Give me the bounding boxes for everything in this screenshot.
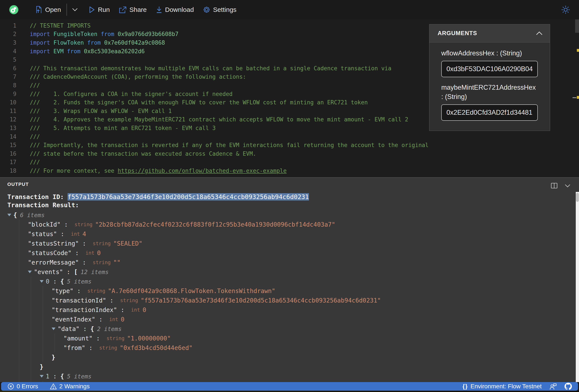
tree-item-count: 5 items: [67, 278, 91, 285]
expand-toggle-icon[interactable]: [52, 328, 56, 330]
code-token: ///: [30, 82, 40, 89]
open-dropdown-button[interactable]: [72, 8, 78, 11]
code-token: from: [67, 48, 80, 55]
line-number: 2: [0, 31, 16, 37]
share-label: Share: [129, 6, 146, 13]
tree-value: 0: [121, 316, 124, 323]
code-text: /// 1. Configures a COA in the signer's …: [16, 91, 232, 97]
open-button[interactable]: Open: [35, 6, 61, 13]
expand-toggle-icon[interactable]: [40, 375, 44, 378]
code-text: /// 4. Approves the example MaybeMintERC…: [16, 116, 408, 123]
tree-value: "": [113, 259, 121, 266]
theme-toggle-button[interactable]: [561, 5, 570, 14]
download-button[interactable]: Download: [156, 6, 194, 13]
tree-open-bracket: {: [90, 325, 94, 333]
status-bar-left: 0 Errors 2 Warnings: [7, 383, 90, 390]
code-token: import: [30, 48, 50, 55]
environment-indicator[interactable]: {} Environment: Flow Testnet: [463, 383, 542, 390]
tree-item-count: 5 items: [67, 373, 91, 380]
editor-scrollbar[interactable]: [575, 19, 579, 177]
warning-marker: [577, 96, 579, 99]
code-token: /// Importantly, the transaction is reve…: [30, 142, 429, 148]
tree-key: "from": [64, 344, 85, 351]
tree-colon: :: [63, 269, 74, 276]
share-button[interactable]: Share: [119, 6, 146, 13]
tree-value: "2b28cbfb87da2cfec4f0232c6f883f0f12c95b3…: [95, 221, 335, 228]
tree-key: "status": [28, 230, 57, 238]
warnings-indicator[interactable]: 2 Warnings: [50, 383, 90, 390]
tree-value: 0: [143, 306, 146, 314]
tree-children: "type" : string"A.7e60df042a9c0868.FlowT…: [43, 286, 579, 362]
tree-colon: :: [49, 373, 61, 380]
code-text: /// state before the transaction was exe…: [16, 151, 256, 157]
code-text: import FlowToken from 0x7e60df042a9c0868: [16, 40, 165, 46]
tree-key: "transactionId": [52, 297, 106, 304]
background-strip: [0, 391, 579, 392]
chevron-up-icon[interactable]: [536, 31, 543, 35]
output-panel: OUTPUT Transaction ID: f557a1573b76aa53e…: [0, 177, 579, 382]
tree-row: {6 items: [7, 210, 579, 220]
expand-toggle-icon[interactable]: [28, 271, 32, 273]
status-bar: 0 Errors 2 Warnings {} Environment: Flow…: [1, 382, 578, 391]
split-panel-icon[interactable]: [551, 183, 557, 188]
line-number: 5: [0, 56, 16, 63]
tree-value-type: int: [71, 231, 80, 237]
code-line: 14///: [0, 132, 579, 141]
transaction-result-label: Transaction Result:: [7, 201, 579, 209]
output-scrollbar-thumb[interactable]: [576, 193, 579, 202]
tree-row: "statusString" : string"SEALED": [19, 239, 579, 248]
expand-toggle-icon[interactable]: [7, 214, 11, 216]
tree-value: "A.7e60df042a9c0868.FlowToken.TokensWith…: [108, 287, 275, 294]
share-icon: [119, 6, 127, 13]
code-token: [64, 48, 67, 55]
tree-item-count: 6 items: [20, 212, 45, 219]
editor-scrollbar-thumb[interactable]: [575, 19, 579, 33]
flow-runner-app: Open Run Share: [0, 0, 579, 392]
code-token: [80, 48, 84, 55]
argument-input-maybemint[interactable]: [441, 104, 538, 121]
line-number: 17: [0, 159, 16, 165]
tree-colon: :: [61, 221, 72, 228]
line-number: 12: [0, 116, 16, 123]
code-token: ///: [30, 159, 40, 165]
warning-icon: [50, 383, 57, 390]
run-play-icon: [89, 6, 95, 13]
expand-toggle-icon[interactable]: [40, 280, 44, 283]
run-button[interactable]: Run: [89, 6, 110, 13]
tree-close-bracket: }: [40, 363, 43, 370]
feedback-button[interactable]: [549, 383, 557, 390]
tree-row: "eventIndex" : int0: [43, 315, 579, 324]
tree-colon: :: [57, 230, 68, 238]
code-link[interactable]: https://github.com/onflow/batched-evm-ex…: [118, 168, 287, 174]
github-link[interactable]: [565, 383, 572, 390]
tree-value-type: int: [85, 250, 95, 256]
code-text: ///: [16, 82, 40, 89]
argument-input-wflow[interactable]: [441, 61, 538, 77]
arguments-panel: ARGUMENTS wflowAddressHex : (String) may…: [429, 24, 550, 131]
tree-value: "f557a1573b76aa53e73d46f3e10d200d5c18a65…: [141, 297, 381, 304]
tree-item-count: 12 items: [80, 269, 109, 275]
tree-key: "data": [58, 325, 79, 333]
arguments-header[interactable]: ARGUMENTS: [430, 24, 550, 43]
code-token: 0x8c5303eaa26202d6: [84, 48, 145, 55]
tree-children: "blockId" : string"2b28cbfb87da2cfec4f02…: [19, 220, 579, 382]
flow-logo-icon: [9, 5, 19, 14]
code-token: /// For more context, see: [30, 168, 118, 174]
tree-row: "type" : string"A.7e60df042a9c0868.FlowT…: [43, 286, 579, 296]
code-text: import EVM from 0x8c5303eaa26202d6: [16, 48, 145, 55]
tree-colon: :: [79, 325, 90, 333]
tree-key: "amount": [64, 335, 93, 342]
flow-logo[interactable]: [9, 5, 19, 14]
line-number: 7: [0, 73, 16, 80]
toolbar-separator: [67, 4, 67, 16]
errors-indicator[interactable]: 0 Errors: [7, 383, 38, 390]
code-token: 0x7e60df042a9c0868: [104, 40, 165, 46]
code-token: EVM: [54, 48, 64, 55]
warnings-label: 2 Warnings: [59, 383, 90, 390]
code-token: /// 3. Wraps FLOW as WFLOW - EVM call 1: [30, 108, 172, 114]
output-scrollbar[interactable]: [576, 192, 579, 382]
settings-button[interactable]: Settings: [203, 6, 236, 13]
line-number: 16: [0, 151, 16, 157]
collapse-output-icon[interactable]: [565, 184, 570, 187]
tree-value-type: string: [99, 345, 117, 351]
